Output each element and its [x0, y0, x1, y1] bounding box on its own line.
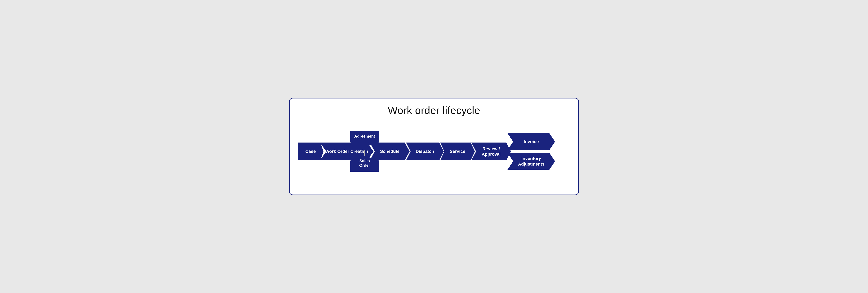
split-outcomes: Invoice InventoryAdjustments	[507, 133, 555, 170]
step-invoice: Invoice	[507, 133, 555, 150]
diagram-title: Work order lifecycle	[298, 105, 570, 116]
step-inventory-adjustments: InventoryAdjustments	[507, 153, 555, 170]
flow-area: Agreement Case Work Order Creation Sched…	[298, 133, 570, 170]
step-case: Case	[298, 143, 323, 160]
step-service: Service	[440, 143, 475, 160]
main-flow-row: Case Work Order Creation Schedule Dispat…	[298, 133, 570, 170]
diagram-container: Work order lifecycle Agreement Case Work…	[289, 98, 579, 195]
sales-order-box: Sales Order	[350, 156, 379, 172]
sales-order-connector	[364, 150, 365, 156]
sales-order-container: Sales Order	[350, 150, 379, 172]
step-dispatch: Dispatch	[406, 143, 444, 160]
step-review-approval: Review /Approval	[471, 143, 511, 160]
